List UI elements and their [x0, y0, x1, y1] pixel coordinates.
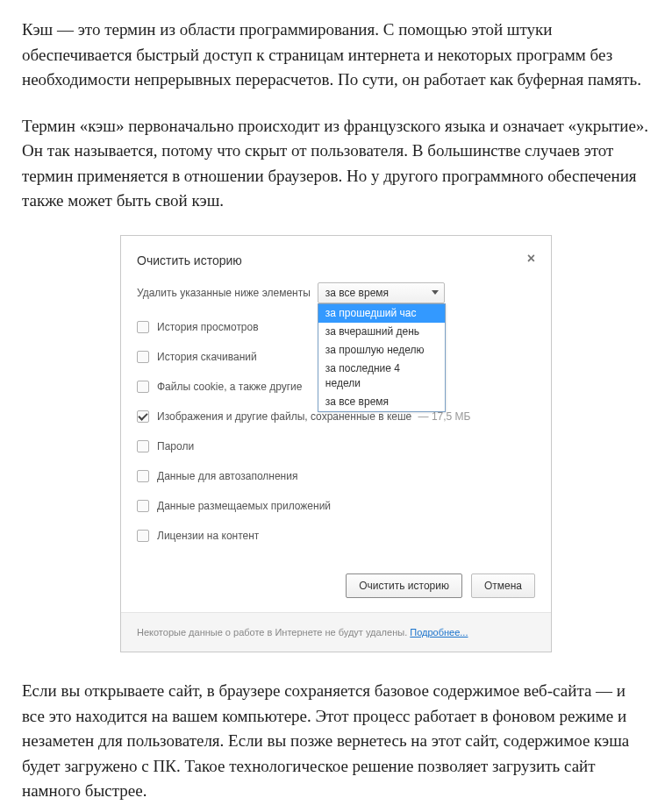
dropdown-list: за прошедший час за вчерашний день за пр… — [318, 303, 446, 412]
time-range-dropdown[interactable]: за все время за прошедший час за вчерашн… — [318, 282, 445, 303]
dropdown-option-yesterday[interactable]: за вчерашний день — [318, 323, 445, 341]
checkbox-row-autofill[interactable]: Данные для автозаполнения — [137, 461, 535, 491]
checkbox-icon[interactable] — [137, 410, 149, 423]
dropdown-button[interactable]: за все время — [318, 282, 445, 303]
checkbox-icon[interactable] — [137, 500, 149, 512]
checkbox-label: История скачиваний — [157, 349, 257, 365]
chevron-down-icon — [432, 290, 439, 295]
dialog-body: Удалить указанные ниже элементы за все в… — [121, 277, 551, 561]
dropdown-option-past-week[interactable]: за прошлую неделю — [318, 341, 445, 360]
close-icon[interactable]: × — [527, 252, 535, 266]
checkbox-label-text: Изображения и другие файлы, сохраненные … — [157, 410, 411, 423]
checkbox-icon[interactable] — [137, 530, 149, 542]
dialog-wrapper: Очистить историю × Удалить указанные ниж… — [22, 235, 650, 653]
dropdown-option-past-hour[interactable]: за прошедший час — [318, 304, 445, 323]
article-paragraph-2: Термин «кэш» первоначально происходит из… — [22, 114, 650, 214]
checkbox-label: Файлы cookie, а также другие — [157, 379, 302, 395]
checkbox-row-hosted-app-data[interactable]: Данные размещаемых приложений — [137, 491, 535, 521]
dropdown-option-all-time[interactable]: за все время — [318, 393, 445, 411]
time-range-label: Удалить указанные ниже элементы — [137, 285, 311, 301]
time-range-row: Удалить указанные ниже элементы за все в… — [137, 282, 535, 303]
checkbox-label: Данные для автозаполнения — [157, 468, 297, 484]
dropdown-selected-text: за все время — [325, 285, 389, 301]
article-paragraph-3: Если вы открываете сайт, в браузере сохр… — [22, 679, 650, 804]
checkbox-icon[interactable] — [137, 381, 149, 393]
dialog-title: Очистить историю — [137, 252, 242, 270]
checkbox-icon[interactable] — [137, 321, 149, 333]
checkbox-label: Данные размещаемых приложений — [157, 498, 331, 514]
article-paragraph-1: Кэш — это термин из области программиров… — [22, 18, 650, 93]
checkbox-icon[interactable] — [137, 351, 149, 363]
checkbox-label: Лицензии на контент — [157, 528, 259, 544]
learn-more-link[interactable]: Подробнее... — [410, 627, 468, 638]
dropdown-option-past-4-weeks[interactable]: за последние 4 недели — [318, 360, 445, 393]
dialog-header: Очистить историю × — [121, 236, 551, 277]
cancel-button[interactable]: Отмена — [471, 573, 535, 598]
checkbox-label: Пароли — [157, 438, 194, 454]
dialog-actions: Очистить историю Отмена — [121, 561, 551, 612]
clear-history-dialog: Очистить историю × Удалить указанные ниж… — [120, 235, 552, 653]
checkbox-row-passwords[interactable]: Пароли — [137, 431, 535, 461]
checkbox-label: История просмотров — [157, 319, 259, 335]
dialog-footer: Некоторые данные о работе в Интернете не… — [121, 612, 551, 652]
footer-text: Некоторые данные о работе в Интернете не… — [137, 627, 410, 638]
checkbox-icon[interactable] — [137, 470, 149, 482]
cache-size-text: — 17,5 МБ — [418, 410, 471, 423]
checkbox-row-content-licenses[interactable]: Лицензии на контент — [137, 521, 535, 551]
clear-history-button[interactable]: Очистить историю — [346, 573, 462, 598]
checkbox-icon[interactable] — [137, 440, 149, 452]
